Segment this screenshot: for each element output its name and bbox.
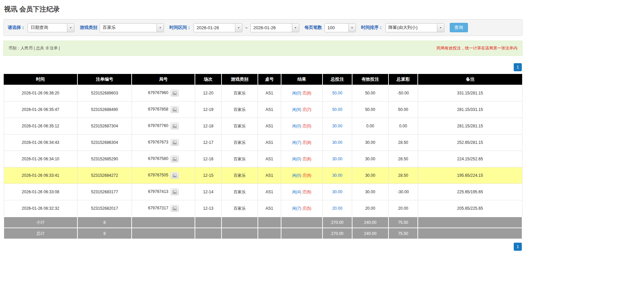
cell-remark: 195.65/224.15 xyxy=(418,167,522,184)
round-number: 679767413 xyxy=(148,189,168,194)
date-to-input[interactable] xyxy=(251,24,292,32)
total-bet-link[interactable]: 30.00 xyxy=(332,157,342,161)
cell-total-bet: 20.00 xyxy=(323,200,352,217)
table-row: 2026-01-26 06:33:41 523152684272 6797675… xyxy=(4,167,522,184)
total-bet-link[interactable]: 30.00 xyxy=(332,124,342,128)
summary-notice: 同局有效投注，统一计算在该局第一张注单内 xyxy=(437,45,517,51)
cell-valid-bet: 30.00 xyxy=(352,151,388,167)
cell-time: 2026-01-26 06:33:41 xyxy=(4,167,77,184)
per-page-input[interactable] xyxy=(325,24,348,32)
cell-total-bet: 50.00 xyxy=(323,102,352,118)
filter-group-time-range: 时间区间： ▼ ~ ▼ xyxy=(169,23,299,32)
chevron-down-icon[interactable]: ▼ xyxy=(437,24,444,32)
round-preview-image-icon[interactable] xyxy=(171,123,179,129)
filter-group-game-type: 游戏类别 ▼ xyxy=(80,23,164,32)
result-banker: 庄(8) xyxy=(302,91,311,95)
cell-remark: 281.15/281.15 xyxy=(418,118,522,134)
cell-table-no: AS1 xyxy=(258,102,281,118)
round-preview-image-icon[interactable] xyxy=(171,156,179,162)
total-bet-link[interactable]: 50.00 xyxy=(332,107,342,112)
total-empty-result xyxy=(281,228,323,239)
cell-game-type: 百家乐 xyxy=(222,167,258,184)
result-banker: 庄(7) xyxy=(302,107,311,112)
total-bet-link[interactable]: 30.00 xyxy=(332,140,342,145)
result-player: 闲(0) xyxy=(292,124,301,128)
page-button-1[interactable]: 1 xyxy=(514,63,522,71)
cell-round: 679767760 xyxy=(132,118,195,134)
total-empty-round xyxy=(132,228,195,239)
total-bet-link[interactable]: 30.00 xyxy=(332,190,342,194)
result-player: 闲(0) xyxy=(292,157,301,161)
round-preview-image-icon[interactable] xyxy=(171,106,179,113)
chevron-down-icon[interactable]: ▼ xyxy=(235,24,242,32)
result-banker: 庄(5) xyxy=(302,206,311,211)
round-preview-image-icon[interactable] xyxy=(171,189,179,195)
date-from-combobox[interactable]: ▼ xyxy=(194,23,242,32)
cell-session: 12-14 xyxy=(195,184,222,200)
subtotal-total-bet: 270.00 xyxy=(323,217,352,228)
cell-bet-id: 523152686304 xyxy=(77,134,132,151)
subtotal-empty-table xyxy=(258,217,281,228)
round-preview-image-icon[interactable] xyxy=(171,172,179,179)
round-preview-image-icon[interactable] xyxy=(171,205,179,212)
cell-remark: 225.65/195.65 xyxy=(418,184,522,200)
cell-total-bet: 30.00 xyxy=(323,151,352,167)
cell-result: 闲(0) 庄(0) xyxy=(281,118,323,134)
cell-total-bet: 30.00 xyxy=(323,167,352,184)
sort-input[interactable] xyxy=(386,24,437,32)
col-header-round: 局号 xyxy=(132,74,195,85)
total-empty-table xyxy=(258,228,281,239)
chevron-down-icon[interactable]: ▼ xyxy=(348,24,355,32)
cell-valid-bet: 30.00 xyxy=(352,184,388,200)
sort-label: 时间排序： xyxy=(361,25,383,31)
cell-table-no: AS1 xyxy=(258,118,281,134)
game-type-input[interactable] xyxy=(100,24,157,32)
round-number: 679767673 xyxy=(148,140,168,145)
cell-time: 2026-01-26 06:36:20 xyxy=(4,85,77,102)
round-preview-image-icon[interactable] xyxy=(171,90,179,96)
table-row: 2026-01-26 06:35:12 523152687304 6797677… xyxy=(4,118,522,134)
cell-round: 679767960 xyxy=(132,85,195,102)
cell-session: 12-16 xyxy=(195,151,222,167)
chevron-down-icon[interactable]: ▼ xyxy=(157,24,164,32)
result-player: 闲(9) xyxy=(292,107,301,112)
cell-remark: 224.15/252.65 xyxy=(418,151,522,167)
table-row: 2026-01-26 06:36:20 523152689603 6797679… xyxy=(4,85,522,102)
subtotal-payout: 75.50 xyxy=(388,217,418,228)
cell-game-type: 百家乐 xyxy=(222,134,258,151)
cell-round: 679767858 xyxy=(132,102,195,118)
date-from-input[interactable] xyxy=(194,24,235,32)
chevron-down-icon[interactable]: ▼ xyxy=(292,24,299,32)
result-banker: 庄(6) xyxy=(302,190,311,194)
col-header-total-bet: 总投注 xyxy=(323,74,352,85)
sort-combobox[interactable]: ▼ xyxy=(385,23,444,32)
cell-total-bet: 30.00 xyxy=(323,134,352,151)
cell-total-bet: 50.00 xyxy=(323,85,352,102)
cell-result: 闲(9) 庄(7) xyxy=(281,102,323,118)
page-button-1[interactable]: 1 xyxy=(514,243,522,251)
cell-payout: -50.00 xyxy=(388,85,418,102)
query-type-combobox[interactable]: ▼ xyxy=(28,23,74,32)
table-header-row: 时间 注单编号 局号 场次 游戏类别 桌号 结果 总投注 有效投注 总派彩 备注 xyxy=(4,74,522,85)
cell-time: 2026-01-26 06:35:12 xyxy=(4,118,77,134)
date-to-combobox[interactable]: ▼ xyxy=(250,23,299,32)
cell-game-type: 百家乐 xyxy=(222,118,258,134)
total-valid-bet: 240.00 xyxy=(352,228,388,239)
chevron-down-icon[interactable]: ▼ xyxy=(67,24,74,32)
search-button[interactable]: 查询 xyxy=(450,23,468,32)
total-bet-link[interactable]: 50.00 xyxy=(332,91,342,95)
time-range-label: 时间区间： xyxy=(169,25,191,31)
cell-payout: 28.50 xyxy=(388,151,418,167)
total-bet-link[interactable]: 20.00 xyxy=(332,206,342,211)
query-type-input[interactable] xyxy=(28,24,67,32)
cell-table-no: AS1 xyxy=(258,151,281,167)
total-bet-link[interactable]: 30.00 xyxy=(332,173,342,178)
round-number: 679767960 xyxy=(148,90,168,95)
subtotal-empty-remark xyxy=(418,217,522,228)
per-page-combobox[interactable]: ▼ xyxy=(325,23,356,32)
cell-time: 2026-01-26 06:33:08 xyxy=(4,184,77,200)
game-type-combobox[interactable]: ▼ xyxy=(100,23,164,32)
round-preview-image-icon[interactable] xyxy=(171,139,179,146)
table-row: 2026-01-26 06:33:08 523152683177 6797674… xyxy=(4,184,522,200)
col-header-valid-bet: 有效投注 xyxy=(352,74,388,85)
